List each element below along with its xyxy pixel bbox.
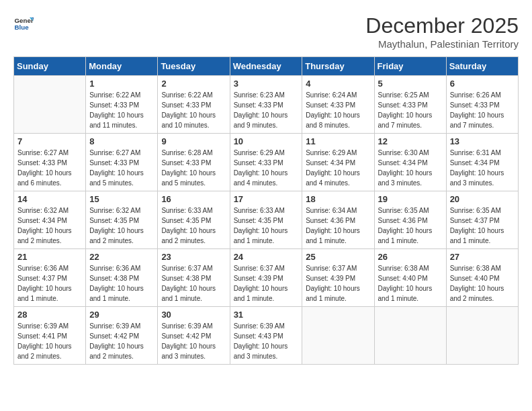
day-number: 14 [17, 194, 82, 204]
logo-icon: General Blue [13, 13, 34, 34]
day-number: 13 [450, 136, 515, 146]
day-info: Sunrise: 6:23 AMSunset: 4:33 PMDaylight:… [234, 90, 299, 130]
day-number: 28 [17, 310, 82, 320]
calendar-cell: 31Sunrise: 6:39 AMSunset: 4:43 PMDayligh… [230, 307, 302, 365]
day-info: Sunrise: 6:37 AMSunset: 4:39 PMDaylight:… [306, 263, 370, 304]
calendar-week-row: 1Sunrise: 6:22 AMSunset: 4:33 PMDaylight… [14, 76, 519, 134]
calendar-cell: 9Sunrise: 6:28 AMSunset: 4:33 PMDaylight… [158, 134, 230, 191]
day-info: Sunrise: 6:26 AMSunset: 4:33 PMDaylight:… [450, 90, 515, 130]
day-number: 30 [161, 310, 226, 320]
day-number: 19 [378, 194, 443, 204]
month-year-title: December 2025 [365, 13, 519, 38]
calendar-cell: 5Sunrise: 6:25 AMSunset: 4:33 PMDaylight… [374, 76, 446, 134]
calendar-cell: 24Sunrise: 6:37 AMSunset: 4:39 PMDayligh… [230, 249, 302, 307]
day-info: Sunrise: 6:39 AMSunset: 4:42 PMDaylight:… [89, 321, 154, 361]
calendar-body: 1Sunrise: 6:22 AMSunset: 4:33 PMDaylight… [14, 76, 519, 365]
logo: General Blue [13, 13, 36, 34]
day-info: Sunrise: 6:34 AMSunset: 4:36 PMDaylight:… [306, 205, 370, 246]
calendar-cell: 12Sunrise: 6:30 AMSunset: 4:34 PMDayligh… [374, 134, 446, 191]
day-info: Sunrise: 6:37 AMSunset: 4:38 PMDaylight:… [161, 263, 226, 304]
calendar-header: SundayMondayTuesdayWednesdayThursdayFrid… [14, 57, 519, 76]
calendar-cell: 23Sunrise: 6:37 AMSunset: 4:38 PMDayligh… [158, 249, 230, 307]
day-info: Sunrise: 6:38 AMSunset: 4:40 PMDaylight:… [450, 263, 515, 304]
day-number: 5 [378, 79, 443, 89]
calendar-cell: 22Sunrise: 6:36 AMSunset: 4:38 PMDayligh… [86, 249, 158, 307]
day-number: 9 [161, 136, 226, 146]
calendar-cell: 13Sunrise: 6:31 AMSunset: 4:34 PMDayligh… [446, 134, 518, 191]
day-number: 8 [89, 136, 154, 146]
day-number: 26 [378, 252, 443, 262]
day-info: Sunrise: 6:30 AMSunset: 4:34 PMDaylight:… [378, 148, 443, 188]
calendar-cell: 2Sunrise: 6:22 AMSunset: 4:33 PMDaylight… [158, 76, 230, 134]
weekday-header-sunday: Sunday [14, 57, 86, 76]
calendar-cell: 6Sunrise: 6:26 AMSunset: 4:33 PMDaylight… [446, 76, 518, 134]
day-number: 6 [450, 79, 515, 89]
day-number: 15 [89, 194, 154, 204]
calendar-cell: 30Sunrise: 6:39 AMSunset: 4:42 PMDayligh… [158, 307, 230, 365]
day-number: 7 [17, 136, 82, 146]
weekday-header-wednesday: Wednesday [230, 57, 302, 76]
day-info: Sunrise: 6:39 AMSunset: 4:41 PMDaylight:… [17, 321, 82, 361]
day-info: Sunrise: 6:33 AMSunset: 4:35 PMDaylight:… [234, 205, 299, 246]
weekday-header-row: SundayMondayTuesdayWednesdayThursdayFrid… [14, 57, 519, 76]
location-subtitle: Maythalun, Palestinian Territory [365, 38, 519, 50]
calendar-cell: 14Sunrise: 6:32 AMSunset: 4:34 PMDayligh… [14, 191, 86, 249]
day-number: 1 [89, 79, 154, 89]
day-info: Sunrise: 6:35 AMSunset: 4:37 PMDaylight:… [450, 205, 515, 246]
calendar-week-row: 7Sunrise: 6:27 AMSunset: 4:33 PMDaylight… [14, 134, 519, 191]
calendar-cell: 27Sunrise: 6:38 AMSunset: 4:40 PMDayligh… [446, 249, 518, 307]
day-info: Sunrise: 6:38 AMSunset: 4:40 PMDaylight:… [378, 263, 443, 304]
day-number: 16 [161, 194, 226, 204]
day-info: Sunrise: 6:31 AMSunset: 4:34 PMDaylight:… [450, 148, 515, 188]
day-number: 22 [89, 252, 154, 262]
calendar-cell: 3Sunrise: 6:23 AMSunset: 4:33 PMDaylight… [230, 76, 302, 134]
weekday-header-saturday: Saturday [446, 57, 518, 76]
calendar-cell: 17Sunrise: 6:33 AMSunset: 4:35 PMDayligh… [230, 191, 302, 249]
calendar-week-row: 28Sunrise: 6:39 AMSunset: 4:41 PMDayligh… [14, 307, 519, 365]
calendar-cell: 18Sunrise: 6:34 AMSunset: 4:36 PMDayligh… [302, 191, 374, 249]
day-info: Sunrise: 6:32 AMSunset: 4:34 PMDaylight:… [17, 205, 82, 246]
calendar-cell: 15Sunrise: 6:32 AMSunset: 4:35 PMDayligh… [86, 191, 158, 249]
day-info: Sunrise: 6:22 AMSunset: 4:33 PMDaylight:… [161, 90, 226, 130]
day-info: Sunrise: 6:28 AMSunset: 4:33 PMDaylight:… [161, 148, 226, 188]
day-number: 2 [161, 79, 226, 89]
calendar-cell: 21Sunrise: 6:36 AMSunset: 4:37 PMDayligh… [14, 249, 86, 307]
calendar-cell: 10Sunrise: 6:29 AMSunset: 4:33 PMDayligh… [230, 134, 302, 191]
svg-text:Blue: Blue [15, 24, 30, 31]
weekday-header-tuesday: Tuesday [158, 57, 230, 76]
calendar-cell: 28Sunrise: 6:39 AMSunset: 4:41 PMDayligh… [14, 307, 86, 365]
calendar-table: SundayMondayTuesdayWednesdayThursdayFrid… [13, 56, 519, 365]
calendar-cell: 29Sunrise: 6:39 AMSunset: 4:42 PMDayligh… [86, 307, 158, 365]
day-info: Sunrise: 6:22 AMSunset: 4:33 PMDaylight:… [89, 90, 154, 130]
day-info: Sunrise: 6:35 AMSunset: 4:36 PMDaylight:… [378, 205, 443, 246]
day-info: Sunrise: 6:39 AMSunset: 4:42 PMDaylight:… [161, 321, 226, 361]
calendar-week-row: 14Sunrise: 6:32 AMSunset: 4:34 PMDayligh… [14, 191, 519, 249]
calendar-cell: 1Sunrise: 6:22 AMSunset: 4:33 PMDaylight… [86, 76, 158, 134]
day-number: 18 [306, 194, 370, 204]
day-info: Sunrise: 6:39 AMSunset: 4:43 PMDaylight:… [234, 321, 299, 361]
day-number: 10 [234, 136, 299, 146]
calendar-cell [446, 307, 518, 365]
day-info: Sunrise: 6:36 AMSunset: 4:38 PMDaylight:… [89, 263, 154, 304]
day-info: Sunrise: 6:25 AMSunset: 4:33 PMDaylight:… [378, 90, 443, 130]
calendar-cell: 20Sunrise: 6:35 AMSunset: 4:37 PMDayligh… [446, 191, 518, 249]
day-info: Sunrise: 6:27 AMSunset: 4:33 PMDaylight:… [89, 148, 154, 188]
day-number: 4 [306, 79, 370, 89]
day-number: 24 [234, 252, 299, 262]
day-info: Sunrise: 6:27 AMSunset: 4:33 PMDaylight:… [17, 148, 82, 188]
day-number: 21 [17, 252, 82, 262]
calendar-cell: 16Sunrise: 6:33 AMSunset: 4:35 PMDayligh… [158, 191, 230, 249]
calendar-cell: 7Sunrise: 6:27 AMSunset: 4:33 PMDaylight… [14, 134, 86, 191]
day-number: 23 [161, 252, 226, 262]
day-info: Sunrise: 6:29 AMSunset: 4:34 PMDaylight:… [306, 148, 370, 188]
calendar-cell [302, 307, 374, 365]
day-number: 25 [306, 252, 370, 262]
calendar-cell: 19Sunrise: 6:35 AMSunset: 4:36 PMDayligh… [374, 191, 446, 249]
day-info: Sunrise: 6:36 AMSunset: 4:37 PMDaylight:… [17, 263, 82, 304]
calendar-cell: 25Sunrise: 6:37 AMSunset: 4:39 PMDayligh… [302, 249, 374, 307]
day-info: Sunrise: 6:29 AMSunset: 4:33 PMDaylight:… [234, 148, 299, 188]
weekday-header-monday: Monday [86, 57, 158, 76]
day-number: 20 [450, 194, 515, 204]
weekday-header-thursday: Thursday [302, 57, 374, 76]
day-info: Sunrise: 6:24 AMSunset: 4:33 PMDaylight:… [306, 90, 370, 130]
